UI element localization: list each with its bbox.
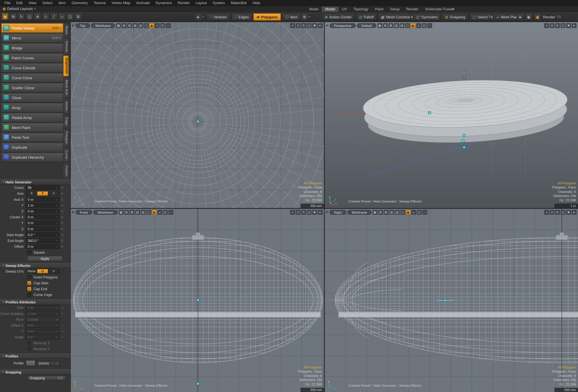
value-field[interactable]: 360.0 °‹›: [26, 238, 60, 243]
silhouette-icon[interactable]: ◒: [155, 23, 160, 28]
move-tool-icon[interactable]: ⊞: [9, 13, 17, 20]
tool-radial-array[interactable]: Radial Array: [1, 113, 63, 122]
zoom-icon[interactable]: ⊙: [296, 210, 301, 215]
grid-toggle-icon[interactable]: ⊞: [124, 210, 129, 215]
value-field[interactable]: 0 m‹›: [26, 226, 60, 231]
mini-slider-icon[interactable]: ‹›: [56, 222, 58, 224]
menu-item[interactable]: Vertex Map: [109, 0, 133, 5]
layout-tab-paint[interactable]: Paint: [372, 6, 387, 11]
section-header-profiles-attributes[interactable]: ▾ Profiles Attributes: [0, 299, 71, 304]
viewport-menu-arrow-icon[interactable]: ▸: [318, 210, 323, 215]
mirror-display-icon[interactable]: ◫: [422, 23, 427, 28]
channel-knob-icon[interactable]: [61, 312, 63, 314]
maximize-viewport-icon[interactable]: ◱: [307, 23, 312, 28]
tool-mirror[interactable]: Mirror Shift-V: [1, 33, 63, 43]
channel-knob-icon[interactable]: [61, 210, 63, 212]
auto-select-icon[interactable]: ▦: [1, 13, 9, 20]
mini-slider-icon[interactable]: ‹›: [56, 198, 58, 200]
value-field[interactable]: 0.0 °‹›: [26, 232, 60, 237]
layout-tab-model[interactable]: Model: [322, 6, 338, 11]
profile-swatch[interactable]: [26, 360, 35, 366]
more-display-options-icon[interactable]: ⋯: [422, 210, 427, 215]
sweep-uvs-u-option[interactable]: U: [37, 269, 48, 273]
layout-tab-topology[interactable]: Topology: [350, 6, 372, 11]
snapping-panel-button[interactable]: Snapping F11: [27, 376, 66, 381]
viewport-menu-arrow-icon[interactable]: ▸: [572, 23, 577, 28]
value-field[interactable]: 1 m‹›: [26, 305, 60, 310]
sweep-uvs-v-option[interactable]: V: [48, 269, 59, 273]
tool-curve-extrude[interactable]: Curve Extrude: [1, 63, 63, 73]
menu-item[interactable]: System: [210, 0, 228, 5]
channel-knob-icon[interactable]: [61, 324, 63, 326]
channel-knob-icon[interactable]: [61, 239, 63, 242]
mini-slider-icon[interactable]: ‹›: [56, 330, 58, 332]
viewport-canvas-front[interactable]: [71, 209, 324, 392]
snapping-toolbar-button[interactable]: ⊞Snapping: [442, 13, 468, 21]
element-move-icon[interactable]: ◇: [42, 13, 49, 20]
value-field[interactable]: 1 m‹›: [26, 203, 60, 208]
shaded-display-icon[interactable]: ▤: [141, 210, 145, 215]
grid-toggle-icon[interactable]: ⊞: [378, 210, 383, 215]
viewport-menu-arrow-icon[interactable]: ▸: [318, 23, 323, 28]
channel-knob-icon[interactable]: [61, 227, 63, 230]
mini-slider-icon[interactable]: ‹›: [56, 186, 58, 189]
value-field[interactable]: 0 m‹›: [26, 329, 60, 333]
channel-knob-icon[interactable]: [61, 198, 63, 200]
shaded-display-icon[interactable]: ▤: [399, 23, 404, 28]
checkbox[interactable]: ✓: [27, 275, 31, 279]
value-field[interactable]: 0 m‹›: [26, 220, 60, 225]
checkbox[interactable]: ✓: [27, 281, 31, 285]
maximize-viewport-icon[interactable]: ◱: [561, 23, 566, 28]
checkbox[interactable]: ✓: [27, 341, 31, 345]
viewport-menu-triangle-icon[interactable]: [326, 211, 328, 213]
pan-icon[interactable]: +: [544, 210, 549, 215]
scale-tool-icon[interactable]: ◱: [26, 13, 33, 20]
tool-curve-clone[interactable]: Curve Clone: [1, 73, 63, 82]
layout-tab-render[interactable]: Render: [403, 6, 422, 11]
viewport-settings-gear-icon[interactable]: ✱: [312, 210, 317, 215]
mirror-tool-icon[interactable]: ◫: [66, 13, 74, 20]
mini-slider-icon[interactable]: ‹›: [56, 210, 58, 212]
square-checkbox[interactable]: ✓: [27, 250, 31, 254]
channel-knob-icon[interactable]: [61, 330, 63, 332]
hidden-items-icon[interactable]: ⊠: [130, 210, 134, 215]
silhouette-icon[interactable]: ◒: [411, 210, 416, 215]
transform-tool-icon[interactable]: ⊕: [34, 13, 42, 20]
mini-slider-icon[interactable]: ‹›: [56, 227, 58, 230]
mini-slider-icon[interactable]: ‹›: [56, 312, 58, 314]
orbit-icon[interactable]: ↻: [301, 23, 306, 28]
section-header-snapping[interactable]: ▾ Snapping: [0, 369, 71, 374]
tool-scatter-clone[interactable]: Scatter Clone: [1, 83, 63, 92]
zoom-icon[interactable]: ⊙: [550, 23, 555, 28]
wireframe-overlay-icon[interactable]: ▥: [394, 23, 399, 28]
silhouette-icon[interactable]: ◒: [416, 23, 421, 28]
maximize-viewport-icon[interactable]: ◱: [561, 210, 566, 215]
shading-mode-button[interactable]: Default: [357, 23, 376, 28]
workplane-toggle-icon[interactable]: ▢: [400, 210, 405, 215]
mini-slider-icon[interactable]: ‹›: [56, 233, 58, 236]
maximize-viewport-icon[interactable]: ◱: [307, 210, 312, 215]
checkbox[interactable]: ✓: [27, 287, 31, 291]
grid-toggle-icon[interactable]: ⊞: [383, 23, 388, 28]
viewport-settings-gear-icon[interactable]: ✱: [566, 210, 571, 215]
hidden-items-icon[interactable]: ⊠: [384, 210, 388, 215]
menu-item[interactable]: Dynamics: [152, 0, 175, 5]
list-presets-icon[interactable]: ≣: [74, 13, 82, 20]
shaded-display-icon[interactable]: ▤: [395, 210, 399, 215]
tool-bridge[interactable]: Bridge: [1, 43, 63, 53]
pan-icon[interactable]: +: [290, 210, 295, 215]
action-center-button[interactable]: ⊕Action Center: [322, 13, 355, 21]
mirror-display-icon[interactable]: ◫: [163, 210, 168, 215]
mini-slider-icon[interactable]: ‹›: [56, 324, 58, 326]
mode-polygons-button[interactable]: ▰Polygons: [253, 13, 281, 21]
workplane-toggle-icon[interactable]: ▢: [146, 210, 151, 215]
menu-item[interactable]: Edit: [13, 0, 26, 5]
viewport-settings-gear-icon[interactable]: ✱: [312, 23, 317, 28]
zoom-icon[interactable]: ⊙: [550, 210, 555, 215]
wireframe-overlay-icon[interactable]: ▥: [133, 23, 138, 28]
section-header-profiles[interactable]: ▾ Profiles: [0, 353, 71, 359]
pointer-preset-icon[interactable]: ►: [517, 13, 524, 21]
viewport-menu-triangle-icon[interactable]: [326, 24, 328, 27]
menu-item[interactable]: Layout: [193, 0, 210, 5]
silhouette-icon[interactable]: ◒: [157, 210, 162, 215]
